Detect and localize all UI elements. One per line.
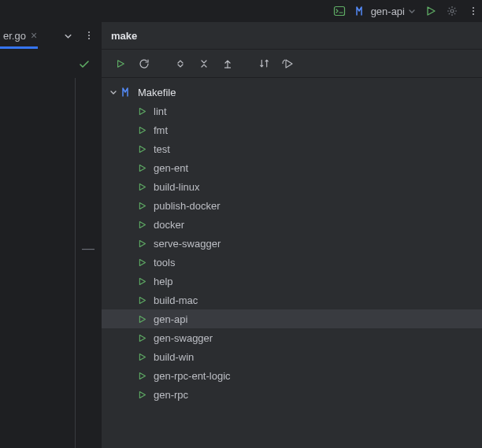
run-icon (138, 296, 147, 305)
makefile-config-icon (355, 5, 368, 17)
tree-target-build-win[interactable]: build-win (102, 347, 482, 366)
close-icon[interactable]: × (31, 29, 37, 42)
run-icon (138, 372, 147, 380)
tree-target-test[interactable]: test (102, 139, 482, 158)
tree-target-serve-swagger[interactable]: serve-swagger (102, 234, 482, 253)
target-label: gen-rpc (154, 389, 188, 401)
svg-point-6 (88, 35, 90, 36)
tree-target-build-linux[interactable]: build-linux (102, 177, 482, 196)
settings-icon[interactable] (446, 5, 458, 17)
svg-point-7 (88, 38, 90, 39)
svg-point-5 (88, 31, 90, 33)
run-icon (138, 183, 147, 191)
refresh-icon[interactable] (136, 56, 152, 72)
run-icon (138, 353, 147, 361)
run-icon (138, 202, 147, 210)
run-icon (138, 145, 147, 154)
top-toolbar: gen-api (333, 0, 482, 22)
target-label: test (154, 143, 170, 155)
target-label: help (154, 276, 173, 287)
target-label: build-win (154, 351, 194, 363)
target-label: publish-docker (154, 200, 221, 212)
run-button[interactable] (425, 6, 436, 17)
run-icon (138, 277, 147, 286)
make-panel: make (101, 22, 482, 448)
run-target-icon[interactable] (113, 56, 128, 72)
tree-target-gen-rpc-ent-logic[interactable]: gen-rpc-ent-logic (102, 366, 482, 385)
target-label: build-mac (154, 294, 198, 306)
run-icon (138, 239, 147, 248)
panel-title: make (102, 22, 482, 50)
tree-root-label: Makefile (138, 87, 176, 98)
tree-target-docker[interactable]: docker (102, 215, 482, 234)
target-label: gen-swagger (154, 332, 213, 344)
tree-root-makefile[interactable]: Makefile (102, 83, 482, 102)
more-vertical-icon[interactable] (83, 30, 95, 41)
run-icon (138, 258, 147, 267)
svg-point-2 (473, 7, 474, 9)
run-configuration-label: gen-api (371, 6, 405, 17)
run-icon (138, 334, 147, 342)
run-icon (138, 126, 147, 135)
sort-icon[interactable] (256, 56, 272, 72)
editor-tab-actions (64, 30, 101, 41)
terminal-icon[interactable] (333, 5, 346, 17)
run-icon (138, 315, 147, 324)
target-label: gen-api (154, 313, 187, 325)
chevron-down-icon[interactable] (64, 31, 72, 40)
tree-target-build-mac[interactable]: build-mac (102, 291, 482, 309)
target-label: tools (154, 257, 175, 268)
target-label: serve-swagger (154, 238, 221, 250)
tree-target-fmt[interactable]: fmt (102, 120, 482, 139)
tree-target-tools[interactable]: tools (102, 253, 482, 272)
more-vertical-icon[interactable] (468, 6, 479, 17)
editor-tabs: er.go × (0, 22, 101, 50)
editor-area: — (0, 50, 101, 448)
targets-tree: Makefile lint fmt test gen-ent build-lin… (102, 78, 482, 448)
collapse-all-icon[interactable] (196, 56, 212, 72)
tree-target-gen-ent[interactable]: gen-ent (102, 158, 482, 177)
tree-target-gen-api[interactable]: gen-api (102, 309, 482, 328)
run-icon (138, 107, 147, 116)
editor-tab-label: er.go (3, 30, 26, 42)
run-configuration-dropdown[interactable]: gen-api (355, 5, 416, 17)
run-icon (138, 220, 147, 229)
tree-target-publish-docker[interactable]: publish-docker (102, 196, 482, 215)
target-label: gen-rpc-ent-logic (154, 370, 231, 382)
expand-all-icon[interactable] (172, 56, 188, 72)
check-icon (79, 59, 90, 70)
svg-point-4 (473, 13, 474, 15)
tree-target-lint[interactable]: lint (102, 102, 482, 120)
tab-underline (0, 46, 38, 49)
scroll-to-source-icon[interactable] (220, 56, 235, 72)
svg-rect-0 (334, 7, 344, 16)
editor-tab-active[interactable]: er.go × (0, 22, 37, 49)
show-options-icon[interactable] (280, 56, 295, 72)
svg-point-3 (473, 10, 474, 12)
chevron-down-icon[interactable] (109, 88, 120, 96)
run-icon (138, 164, 147, 172)
target-label: lint (154, 106, 167, 117)
gutter-line (75, 78, 76, 448)
target-label: docker (154, 219, 184, 231)
tree-target-gen-swagger[interactable]: gen-swagger (102, 328, 482, 347)
panel-toolbar (102, 50, 482, 78)
tree-target-help[interactable]: help (102, 272, 482, 291)
run-icon (138, 391, 147, 399)
svg-point-1 (450, 9, 454, 13)
target-label: fmt (154, 124, 168, 136)
target-label: gen-ent (154, 162, 188, 174)
chevron-down-icon (408, 7, 416, 15)
target-label: build-linux (154, 181, 200, 193)
makefile-icon (120, 86, 135, 98)
fold-dash-icon[interactable]: — (82, 242, 95, 256)
tree-target-gen-rpc[interactable]: gen-rpc (102, 385, 482, 404)
